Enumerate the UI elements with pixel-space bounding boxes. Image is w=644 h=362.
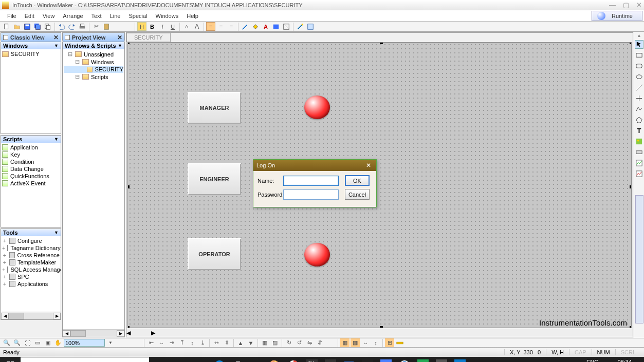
trend-tool-icon[interactable] xyxy=(635,159,643,167)
snap-grid-a-icon[interactable]: ▦ xyxy=(340,338,349,347)
group-icon[interactable]: ▦ xyxy=(260,338,269,347)
scripts-item[interactable]: QuickFunctions xyxy=(2,173,60,180)
app5-icon[interactable] xyxy=(436,359,447,362)
windows-item-security[interactable]: SECURITY xyxy=(2,50,60,58)
menu-arrange[interactable]: Arrange xyxy=(59,13,87,19)
tools-item[interactable]: +Applications xyxy=(2,280,60,288)
scroll-right-icon[interactable]: ▶ xyxy=(117,330,124,337)
line-tool-icon[interactable] xyxy=(635,83,643,92)
zoom-actual-icon[interactable]: ▣ xyxy=(43,338,52,347)
intouch-icon[interactable] xyxy=(454,359,466,362)
clock[interactable]: 08:3418-06-2020 xyxy=(603,359,632,362)
name-input[interactable] xyxy=(283,176,339,186)
line-color-icon[interactable] xyxy=(241,22,250,31)
scripts-item[interactable]: Data Change xyxy=(2,165,60,173)
close-icon[interactable]: ✕ xyxy=(53,34,59,41)
menu-line[interactable]: Line xyxy=(106,13,125,19)
windows-scripts-header[interactable]: Windows & Scripts▼ xyxy=(63,42,124,49)
rounded-rect-tool-icon[interactable] xyxy=(635,62,643,70)
send-back-icon[interactable]: ▼ xyxy=(246,338,255,347)
ruler-icon[interactable] xyxy=(395,338,404,347)
distribute-h-icon[interactable]: ⇿ xyxy=(212,338,221,347)
scripts-item[interactable]: Key xyxy=(2,151,60,158)
pan-icon[interactable]: ✋ xyxy=(53,338,63,347)
hline-tool-icon[interactable] xyxy=(635,94,643,103)
space-v-icon[interactable]: ↕ xyxy=(371,338,380,347)
menu-file[interactable]: File xyxy=(3,13,21,19)
polyline-tool-icon[interactable] xyxy=(635,105,643,113)
realtrend-tool-icon[interactable] xyxy=(635,169,643,178)
app2-icon[interactable] xyxy=(362,359,373,362)
horizontal-scrollbar[interactable]: ◀ ▶ xyxy=(63,329,124,337)
chrome-icon[interactable] xyxy=(288,359,299,362)
canvas-button-engineer[interactable]: ENGINEER xyxy=(188,163,241,195)
polygon-tool-icon[interactable] xyxy=(635,116,643,124)
wizard-icon[interactable] xyxy=(296,22,305,31)
scroll-thumb[interactable] xyxy=(70,330,86,337)
transparent-icon[interactable] xyxy=(282,22,291,31)
zoom-in-icon[interactable]: 🔍 xyxy=(12,338,22,347)
task-view-icon[interactable]: ⧉ xyxy=(177,359,188,362)
scripts-item[interactable]: ActiveX Event xyxy=(2,180,60,187)
font-decrease-icon[interactable]: A xyxy=(182,22,191,31)
scripts-item[interactable]: Condition xyxy=(2,158,60,165)
underline-icon[interactable]: U xyxy=(168,22,177,31)
app4-icon[interactable] xyxy=(417,359,429,362)
scroll-left-icon[interactable]: ◀ xyxy=(126,330,131,336)
tools-item[interactable]: +Tagname Dictionary xyxy=(2,244,60,252)
paint-icon[interactable]: 🎨 xyxy=(269,359,281,362)
window-color-icon[interactable] xyxy=(271,22,281,31)
menu-text[interactable]: Text xyxy=(87,13,106,19)
align-left-icon[interactable]: ⇤ xyxy=(146,338,156,347)
tools-item[interactable]: +TemplateMaker xyxy=(2,259,60,266)
password-input[interactable] xyxy=(283,189,339,200)
cortana-icon[interactable]: ○ xyxy=(158,359,170,362)
align-right-icon[interactable]: ⇥ xyxy=(167,338,176,347)
horizontal-scrollbar[interactable]: ◀ ▶ xyxy=(1,312,61,319)
start-button[interactable] xyxy=(0,357,21,362)
open-icon[interactable] xyxy=(12,22,22,31)
ok-button[interactable]: OK xyxy=(345,175,370,186)
space-h-icon[interactable]: ↔ xyxy=(361,338,370,347)
scroll-left-icon[interactable]: ◀ xyxy=(63,330,70,337)
tools-item[interactable]: +SPC xyxy=(2,273,60,280)
scroll-left-icon[interactable]: ◀ xyxy=(1,313,9,319)
menu-edit[interactable]: Edit xyxy=(21,13,39,19)
align-top-icon[interactable]: ⤒ xyxy=(177,338,187,347)
rotate-ccw-icon[interactable]: ↺ xyxy=(295,338,304,347)
led-indicator[interactable] xyxy=(304,96,330,119)
dialog-close-icon[interactable]: ✕ xyxy=(364,161,373,169)
canvas-button-manager[interactable]: MANAGER xyxy=(188,92,241,124)
flip-h-icon[interactable]: ⇋ xyxy=(305,338,314,347)
cut-icon[interactable]: ✂ xyxy=(91,22,101,31)
save-all-icon[interactable] xyxy=(33,22,42,31)
tree-item[interactable]: ⊟Windows xyxy=(64,58,123,66)
tools-item[interactable]: +Configure xyxy=(2,237,60,244)
zoom-dropdown-icon[interactable]: ▼ xyxy=(106,338,115,347)
ungroup-icon[interactable]: ▨ xyxy=(270,338,280,347)
tree-item[interactable]: SECURITY xyxy=(64,66,123,73)
new-icon[interactable] xyxy=(2,22,11,31)
bold-icon[interactable]: B xyxy=(148,22,157,31)
fill-color-icon[interactable] xyxy=(251,22,260,31)
file-explorer-icon[interactable] xyxy=(195,359,207,362)
symbol-icon[interactable] xyxy=(306,22,315,31)
edge-icon[interactable] xyxy=(214,359,225,362)
tree-item[interactable]: ⊟Scripts xyxy=(64,73,123,81)
undo-icon[interactable] xyxy=(57,22,66,31)
scroll-right-icon[interactable]: ▶ xyxy=(151,330,155,336)
store-icon[interactable] xyxy=(232,359,244,362)
menu-windows[interactable]: Windows xyxy=(152,13,183,19)
text-color-icon[interactable]: A xyxy=(261,22,270,31)
scripts-item[interactable]: Application xyxy=(2,144,60,151)
grid-toggle-icon[interactable]: ⊞ xyxy=(385,338,394,347)
tools-section-header[interactable]: Tools▼ xyxy=(1,229,61,236)
taskbar-search[interactable]: 🔍 Type here to search xyxy=(21,357,149,362)
app1-icon[interactable] xyxy=(325,359,336,362)
print-icon[interactable] xyxy=(78,22,87,31)
bring-front-icon[interactable]: ▲ xyxy=(236,338,245,347)
scroll-right-icon[interactable]: ▶ xyxy=(53,313,61,319)
distribute-v-icon[interactable]: ⇳ xyxy=(222,338,231,347)
mail-icon[interactable]: ✉ xyxy=(251,359,262,362)
italic-icon[interactable]: I xyxy=(158,22,167,31)
